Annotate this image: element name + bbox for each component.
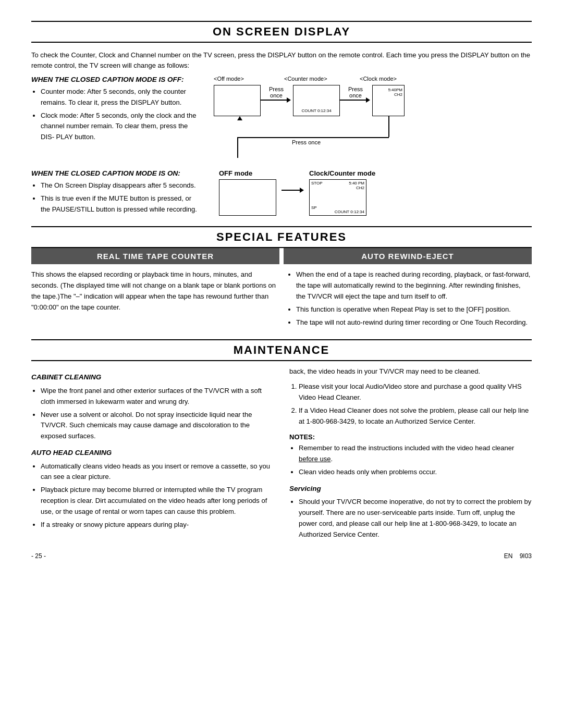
special-features-title: SPECIAL FEATURES: [31, 226, 532, 248]
off-mode-box: [214, 85, 261, 116]
list-item: Should your TV/VCR become inoperative, d…: [299, 497, 532, 540]
counter-mode-box: COUNT 0:12:34: [293, 85, 340, 116]
intro-text: To check the Counter, Clock and Channel …: [31, 50, 532, 70]
list-item: If a streaky or snowy picture appears du…: [41, 520, 274, 530]
clock-counter-cc-box: STOP 5:40 PMCH2 SP COUNT 0:12:34: [309, 179, 366, 216]
right-col-steps: Please visit your local Audio/Video stor…: [289, 381, 532, 427]
counter-display: COUNT 0:12:34: [295, 108, 338, 113]
list-item: This function is operative when Repeat P…: [296, 304, 532, 315]
when-off-list: Counter mode: After 5 seconds, only the …: [31, 87, 198, 143]
notes-label: NOTES:: [289, 432, 532, 443]
auto-head-title: AUTO HEAD CLEANING: [31, 447, 274, 459]
real-time-header: REAL TIME TAPE COUNTER: [31, 248, 279, 264]
list-item: Never use a solvent or alcohol. Do not s…: [41, 410, 274, 442]
page-number: - 25 -: [31, 552, 46, 560]
arrow-bottom-horizontal: [237, 137, 389, 138]
list-item: Clean video heads only when problems occ…: [299, 467, 532, 478]
maintenance-right-col: back, the video heads in your TV/VCR may…: [289, 366, 532, 542]
notes-list: Remember to read the instructions includ…: [289, 443, 532, 477]
list-item: The On Screen Display disappears after 5…: [41, 180, 198, 191]
auto-rewind-list: When the end of a tape is reached during…: [287, 269, 532, 328]
auto-rewind-header: AUTO REWIND-EJECT: [284, 248, 532, 264]
press-once-label-1: Pressonce: [261, 86, 292, 98]
off-mode-cc-label: OFF mode: [219, 169, 276, 177]
lang-code: EN: [504, 552, 513, 560]
press-once-label-2: Pressonce: [340, 86, 371, 98]
right-col-intro: back, the video heads in your TV/VCR may…: [289, 366, 532, 377]
real-time-content: This shows the elapsed recording or play…: [31, 269, 276, 330]
maintenance-left-col: CABINET CLEANING Wipe the front panel an…: [31, 366, 274, 542]
list-item: This is true even if the MUTE button is …: [41, 193, 198, 215]
cc-arrow-line: [282, 190, 300, 191]
maintenance-title: MAINTENANCE: [31, 339, 532, 361]
list-item: Wipe the front panel and other exterior …: [41, 386, 274, 408]
real-time-text: This shows the elapsed recording or play…: [31, 269, 276, 313]
list-item: Please visit your local Audio/Video stor…: [299, 381, 532, 403]
off-mode-cc-box: [219, 179, 276, 216]
clock-mode-box: 5:40PMCH2: [372, 85, 405, 116]
page-footer: - 25 - EN 9I03: [31, 552, 532, 560]
cc-arrow-head: [300, 188, 304, 193]
off-mode-label: <Off mode>: [214, 76, 244, 82]
list-item: Counter mode: After 5 seconds, only the …: [41, 87, 198, 108]
page-title: ON SCREEN DISPLAY: [31, 21, 532, 43]
auto-rewind-content: When the end of a tape is reached during…: [287, 269, 532, 330]
cc-sp-text: SP: [311, 205, 317, 210]
when-on-list: The On Screen Display disappears after 5…: [31, 180, 198, 215]
list-item: When the end of a tape is reached during…: [296, 269, 532, 302]
servicing-title: Servicing: [289, 483, 532, 495]
list-item: Clock mode: After 5 seconds, only the cl…: [41, 110, 198, 143]
list-item: If a Video Head Cleaner does not solve t…: [299, 405, 532, 427]
arrow-head-up: [237, 137, 238, 158]
arrow-to-off: [237, 116, 242, 120]
cabinet-list: Wipe the front panel and other exterior …: [31, 386, 274, 442]
clock-counter-cc-label: Clock/Counter mode: [309, 169, 375, 177]
when-on-title: WHEN THE CLOSED CAPTION MODE IS ON:: [31, 169, 198, 177]
list-item: Automatically cleans video heads as you …: [41, 461, 274, 483]
list-item: Remember to read the instructions includ…: [299, 443, 532, 465]
clock-mode-label: <Clock mode>: [360, 76, 397, 82]
counter-mode-label: <Counter mode>: [284, 76, 327, 82]
when-off-title: WHEN THE CLOSED CAPTION MODE IS OFF:: [31, 76, 198, 83]
list-item: The tape will not auto-rewind during tim…: [296, 317, 532, 328]
servicing-list: Should your TV/VCR become inoperative, d…: [289, 497, 532, 540]
clock-display: 5:40PMCH2: [388, 88, 402, 97]
cabinet-cleaning-title: CABINET CLEANING: [31, 372, 274, 383]
doc-code: 9I03: [520, 552, 532, 560]
cc-count-text: COUNT 0:12:34: [335, 209, 364, 214]
list-item: Playback picture may become blurred or i…: [41, 485, 274, 517]
cc-time-text: 5:40 PMCH2: [349, 181, 364, 190]
arrow-down-from-clock: [388, 116, 389, 137]
press-once-bottom: Press once: [292, 139, 321, 145]
auto-head-list: Automatically cleans video heads as you …: [31, 461, 274, 530]
cc-stop-text: STOP: [311, 181, 323, 186]
